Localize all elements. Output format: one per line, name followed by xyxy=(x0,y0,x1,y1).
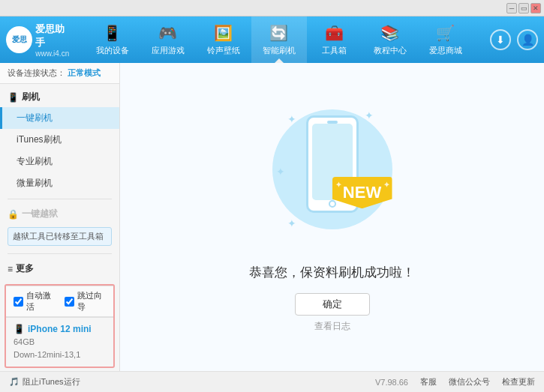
sidebar-inner: 设备连接状态： 正常模式 📱 刷机 一键刷机 iTunes刷机 xyxy=(0,63,119,371)
header: 爱思 爱思助手 www.i4.cn 📱 我的设备 🎮 应用游戏 🖼️ 铃声壁纸 … xyxy=(0,16,544,63)
star-4: ✦ xyxy=(287,217,296,229)
download-button[interactable]: ⬇ xyxy=(490,29,511,50)
new-badge: NEW xyxy=(332,177,392,229)
skip-wizard-input[interactable] xyxy=(65,297,74,307)
nav-smart-flash[interactable]: 🔄 智能刷机 xyxy=(251,16,307,63)
skip-wizard-checkbox[interactable]: 跳过向导 xyxy=(65,290,107,313)
phone-illustration: ✦ ✦ ✦ ✦ NEW xyxy=(265,102,400,252)
divider-1 xyxy=(8,199,112,199)
customer-service-link[interactable]: 客服 xyxy=(420,376,437,388)
device-info: 📱 iPhone 12 mini 64GB Down-12mini-13,1 xyxy=(6,317,113,367)
divider-2 xyxy=(8,253,112,254)
more-section: ≡ 更多 其他工具 下载固件 高级功能 xyxy=(0,256,119,281)
itunes-flash-label: iTunes刷机 xyxy=(17,133,62,146)
app-games-icon: 🎮 xyxy=(158,24,177,42)
status-footer: 🎵 阻止iTunes运行 V7.98.66 客服 微信公众号 检查更新 xyxy=(0,371,544,392)
auto-activate-input[interactable] xyxy=(14,297,23,307)
flash-icon: 📱 xyxy=(8,92,19,103)
sidebar-bottom-box: 自动激活 跳过向导 📱 iPhone 12 mini xyxy=(5,284,115,368)
device-details: 64GB Down-12mini-13,1 xyxy=(14,336,106,361)
sidebar-item-pro-flash[interactable]: 专业刷机 xyxy=(0,151,119,172)
app-url: www.i4.cn xyxy=(35,49,74,58)
star-2: ✦ xyxy=(365,109,374,121)
auto-activate-label: 自动激活 xyxy=(26,290,56,313)
toolbox-icon: 🧰 xyxy=(325,24,344,42)
my-device-label: 我的设备 xyxy=(96,45,129,56)
sidebar-scroll: 📱 刷机 一键刷机 iTunes刷机 专业刷机 微量刷机 xyxy=(0,84,119,281)
ringtones-label: 铃声壁纸 xyxy=(207,45,240,56)
tutorials-icon: 📚 xyxy=(380,24,399,42)
device-status: 设备连接状态： 正常模式 xyxy=(0,63,119,84)
new-ribbon: NEW xyxy=(332,177,392,209)
wechat-public-link[interactable]: 微信公众号 xyxy=(449,376,490,388)
mall-label: 爱思商城 xyxy=(429,45,462,56)
main-layout: 设备连接状态： 正常模式 📱 刷机 一键刷机 iTunes刷机 xyxy=(0,63,544,371)
jailbreak-label: 一键越狱 xyxy=(22,208,58,220)
smart-flash-label: 智能刷机 xyxy=(263,45,296,56)
lock-icon: 🔒 xyxy=(8,209,19,220)
sidebar-item-itunes-flash[interactable]: iTunes刷机 xyxy=(0,129,119,151)
more-icon: ≡ xyxy=(8,264,13,274)
sidebar-item-one-click-flash[interactable]: 一键刷机 xyxy=(0,107,119,129)
one-click-flash-label: 一键刷机 xyxy=(17,112,53,124)
nav-ringtones[interactable]: 🖼️ 铃声壁纸 xyxy=(196,16,251,63)
block-itunes-button[interactable]: 🎵 阻止iTunes运行 xyxy=(9,376,80,388)
sidebar-item-micro-flash[interactable]: 微量刷机 xyxy=(0,172,119,194)
close-button[interactable]: ✕ xyxy=(530,3,541,13)
device-icon: 📱 xyxy=(14,324,25,334)
view-log-link[interactable]: 查看日志 xyxy=(314,320,350,333)
nav-tutorials[interactable]: 📚 教程中心 xyxy=(362,16,418,63)
ringtones-icon: 🖼️ xyxy=(214,24,233,42)
logo-icon: 爱思 xyxy=(6,26,32,53)
nav-toolbox[interactable]: 🧰 工具箱 xyxy=(307,16,362,63)
title-bar: ─ ▭ ✕ xyxy=(0,0,544,16)
flash-section-header: 📱 刷机 xyxy=(0,87,119,107)
nav-my-device[interactable]: 📱 我的设备 xyxy=(85,16,140,63)
nav-app-games[interactable]: 🎮 应用游戏 xyxy=(140,16,196,63)
checkbox-row: 自动激活 跳过向导 xyxy=(6,286,113,317)
footer-left: 🎵 阻止iTunes运行 xyxy=(9,376,80,388)
window-controls[interactable]: ─ ▭ ✕ xyxy=(506,3,541,13)
auto-activate-checkbox[interactable]: 自动激活 xyxy=(14,290,56,313)
more-label: 更多 xyxy=(16,262,34,275)
mall-icon: 🛒 xyxy=(436,24,455,42)
status-label: 设备连接状态： xyxy=(8,68,65,77)
nav-actions: ⬇ 👤 xyxy=(490,29,538,50)
toolbox-label: 工具箱 xyxy=(322,45,347,56)
flash-section: 📱 刷机 一键刷机 iTunes刷机 专业刷机 微量刷机 xyxy=(0,84,119,197)
app-games-label: 应用游戏 xyxy=(152,45,185,56)
check-update-link[interactable]: 检查更新 xyxy=(502,376,535,388)
version-text: V7.98.66 xyxy=(375,378,408,387)
more-section-header: ≡ 更多 xyxy=(0,259,119,279)
jailbreak-header: 🔒 一键越狱 xyxy=(0,204,119,224)
sidebar-footer-area: 自动激活 跳过向导 📱 iPhone 12 mini xyxy=(0,281,119,371)
confirm-button[interactable]: 确定 xyxy=(295,293,370,316)
user-button[interactable]: 👤 xyxy=(517,29,538,50)
flash-header-label: 刷机 xyxy=(22,91,40,103)
success-text: 恭喜您，保资料刷机成功啦！ xyxy=(249,264,415,281)
tutorials-label: 教程中心 xyxy=(374,45,407,56)
itunes-icon: 🎵 xyxy=(9,377,20,387)
pro-flash-label: 专业刷机 xyxy=(17,155,53,168)
skip-wizard-label: 跳过向导 xyxy=(77,290,107,313)
my-device-icon: 📱 xyxy=(103,24,122,42)
nav-mall[interactable]: 🛒 爱思商城 xyxy=(418,16,473,63)
logo-area: 爱思 爱思助手 www.i4.cn xyxy=(6,22,74,58)
device-name: 📱 iPhone 12 mini xyxy=(14,324,106,334)
footer-right: V7.98.66 客服 微信公众号 检查更新 xyxy=(375,376,535,388)
micro-flash-label: 微量刷机 xyxy=(17,177,53,190)
restore-button[interactable]: ▭ xyxy=(518,3,529,13)
sidebar: 设备连接状态： 正常模式 📱 刷机 一键刷机 iTunes刷机 xyxy=(0,63,120,371)
jailbreak-section: 🔒 一键越狱 越狱工具已转移至工具箱 xyxy=(0,201,119,252)
minimize-button[interactable]: ─ xyxy=(506,3,517,13)
smart-flash-icon: 🔄 xyxy=(269,24,288,42)
jailbreak-notice: 越狱工具已转移至工具箱 xyxy=(8,227,112,246)
nav-items: 📱 我的设备 🎮 应用游戏 🖼️ 铃声壁纸 🔄 智能刷机 🧰 工具箱 📚 教程中… xyxy=(74,16,484,63)
star-1: ✦ xyxy=(287,113,296,125)
content-area: ✦ ✦ ✦ ✦ NEW 恭喜您，保资料刷机成功啦！ 确定 查看日志 xyxy=(120,63,544,371)
logo-text: 爱思助手 www.i4.cn xyxy=(35,22,74,58)
app-name: 爱思助手 xyxy=(35,22,74,49)
star-3: ✦ xyxy=(276,166,285,178)
status-value: 正常模式 xyxy=(68,68,101,77)
